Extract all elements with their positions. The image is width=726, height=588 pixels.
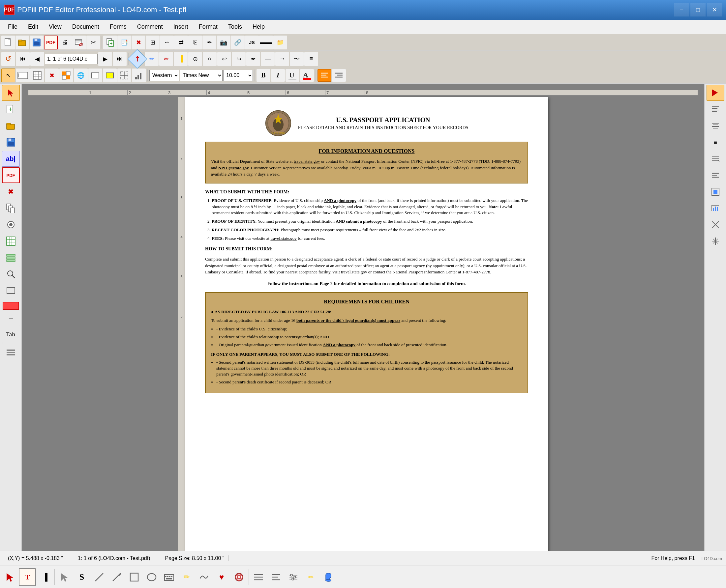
rotate-button[interactable]: ↔ xyxy=(160,36,174,49)
bottom-heart-tool[interactable]: ♥ xyxy=(213,568,230,586)
menu-tools[interactable]: Tools xyxy=(223,21,247,32)
bottom-settings-tool[interactable] xyxy=(285,568,302,586)
font-color-button[interactable]: A xyxy=(300,69,314,82)
sidebar-delete[interactable]: ✖ xyxy=(2,184,20,200)
right-arrow-tool[interactable] xyxy=(707,85,724,101)
right-align-left[interactable] xyxy=(707,102,724,117)
pattern-button[interactable] xyxy=(59,68,73,82)
menu-help[interactable]: Help xyxy=(247,21,270,32)
bottom-color-tool[interactable] xyxy=(320,568,337,586)
last-page-button[interactable]: ⏭ xyxy=(113,52,127,66)
right-tool8[interactable] xyxy=(707,217,724,233)
menu-view[interactable]: View xyxy=(43,21,67,32)
right-tool7[interactable] xyxy=(707,200,724,216)
italic-button[interactable]: I xyxy=(271,69,285,82)
bottom-line2[interactable] xyxy=(91,568,108,586)
prev-page-button[interactable]: ◀ xyxy=(30,52,44,66)
menu-comment[interactable]: Comment xyxy=(132,21,168,32)
print-button[interactable]: 🖨 xyxy=(58,36,72,49)
right-align-center[interactable] xyxy=(707,118,724,134)
bottom-curve-tool[interactable] xyxy=(196,568,213,586)
close-button[interactable]: ✕ xyxy=(707,3,722,17)
sidebar-open[interactable] xyxy=(2,118,20,134)
arrow2-button[interactable]: → xyxy=(275,52,289,66)
bottom-keyboard-tool[interactable] xyxy=(161,568,178,586)
first-page-button[interactable]: ⏮ xyxy=(16,52,30,66)
next-page-button[interactable]: ▶ xyxy=(98,52,112,66)
new-page-button[interactable]: + xyxy=(103,36,117,49)
align-button[interactable]: ≡ xyxy=(304,52,318,66)
menu-insert[interactable]: Insert xyxy=(168,21,194,32)
menu-document[interactable]: Document xyxy=(67,21,104,32)
menu-forms[interactable]: Forms xyxy=(104,21,132,32)
open-button[interactable] xyxy=(16,36,29,49)
new-button[interactable] xyxy=(1,36,15,49)
menu-edit[interactable]: Edit xyxy=(23,21,43,32)
sidebar-rect-draw[interactable] xyxy=(2,282,20,298)
sidebar-pages[interactable] xyxy=(2,200,20,216)
globe-button[interactable]: 🌐 xyxy=(74,68,88,82)
bottom-arrow-line[interactable] xyxy=(108,568,125,586)
maximize-button[interactable]: □ xyxy=(690,3,706,17)
right-tool6[interactable] xyxy=(707,184,724,200)
rect-draw-button[interactable] xyxy=(88,68,102,82)
yellow-marker-button[interactable]: ▐ xyxy=(174,52,187,66)
bottom-stamp2[interactable] xyxy=(230,568,248,586)
right-tool3[interactable]: ≡ xyxy=(707,134,724,150)
menu-file[interactable]: File xyxy=(3,21,23,32)
sidebar-arrow-tool[interactable] xyxy=(2,85,20,101)
align-right-button[interactable] xyxy=(332,69,346,82)
table-button[interactable] xyxy=(30,68,44,82)
sidebar-new-page[interactable]: + xyxy=(2,102,20,117)
bottom-lines-tool[interactable] xyxy=(250,568,267,586)
pdf-export-button[interactable]: PDF xyxy=(44,36,58,49)
extract-button[interactable]: ⇄ xyxy=(174,36,188,49)
js-button[interactable]: JS xyxy=(245,36,259,49)
underline-button[interactable]: U xyxy=(285,69,299,82)
font-name-select[interactable]: Times New xyxy=(180,70,223,81)
arrow-tool-button[interactable]: ↗ xyxy=(127,49,147,68)
font-script-select[interactable]: Western xyxy=(149,70,179,81)
image-button[interactable]: 📷 xyxy=(217,36,230,49)
bottom-arrow-select[interactable] xyxy=(1,568,18,586)
sign-button[interactable]: ✒ xyxy=(202,36,216,49)
menu-format[interactable]: Format xyxy=(194,21,223,32)
minimize-button[interactable]: − xyxy=(674,3,689,17)
barcode-button[interactable]: ▬▬ xyxy=(259,36,273,49)
save-button[interactable] xyxy=(30,36,43,49)
append-button[interactable]: 📑 xyxy=(117,36,131,49)
redo-button[interactable]: ↪ xyxy=(232,52,246,66)
right-tool5[interactable] xyxy=(707,167,724,183)
line-tool-button[interactable]: — xyxy=(261,52,275,66)
folder-button[interactable]: 📁 xyxy=(273,36,287,49)
bold-button[interactable]: B xyxy=(257,69,270,82)
lasso-button[interactable]: ⊙ xyxy=(188,52,202,66)
cut-button[interactable]: ✂ xyxy=(86,36,100,49)
bottom-lines2-tool[interactable] xyxy=(267,568,284,586)
wave-button[interactable]: 〜 xyxy=(290,52,304,66)
copy-button[interactable]: ⎘ xyxy=(188,36,202,49)
bottom-stamp[interactable]: S xyxy=(73,568,90,586)
barchart-button[interactable] xyxy=(132,68,146,82)
bottom-arrow2[interactable] xyxy=(56,568,73,586)
bottom-oval2[interactable] xyxy=(143,568,160,586)
sidebar-search[interactable] xyxy=(2,266,20,282)
right-tool9[interactable] xyxy=(707,233,724,249)
move-resize-button[interactable] xyxy=(117,68,131,82)
sidebar-spreadsheet[interactable] xyxy=(2,233,20,249)
preview-button[interactable] xyxy=(72,36,86,49)
sidebar-radio[interactable] xyxy=(2,217,20,233)
sign2-button[interactable]: ✒ xyxy=(246,52,260,66)
refresh-button[interactable]: ↺ xyxy=(1,52,15,66)
bottom-text-tool[interactable]: T xyxy=(19,568,36,586)
select-tool-button[interactable]: ↖ xyxy=(1,68,15,82)
bottom-pen-tool[interactable]: ✏ xyxy=(178,568,195,586)
bottom-highlight-tool[interactable]: ▐ xyxy=(36,568,54,586)
bottom-eraser-tool[interactable]: ✏ xyxy=(302,568,320,586)
fill-rect-button[interactable] xyxy=(103,68,117,82)
sidebar-save[interactable] xyxy=(2,134,20,150)
sidebar-pdf-export[interactable]: PDF xyxy=(2,167,20,183)
page-view-button[interactable]: ⊞ xyxy=(146,36,160,49)
delete-button[interactable]: ✖ xyxy=(45,68,59,82)
sidebar-grid[interactable] xyxy=(2,343,20,359)
